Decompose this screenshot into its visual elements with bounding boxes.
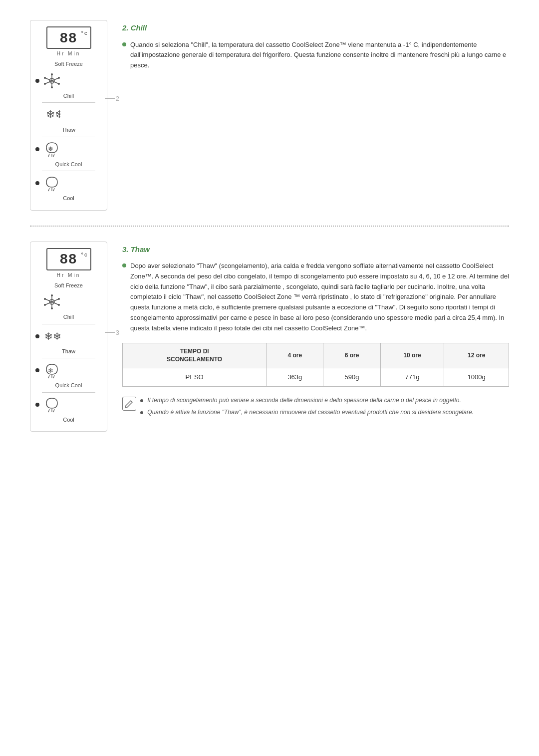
display-screen: 88 °c	[46, 26, 91, 49]
svg-point-20	[44, 304, 46, 306]
thaw-table: TEMPO DISCONGELAMENTO 4 ore 6 ore 10 ore…	[122, 343, 509, 387]
content-section-2: 2. Chill Quando si seleziona "Chill", la…	[122, 20, 509, 211]
mode-row-quickcool-3: ❄	[35, 361, 102, 380]
svg-text:❄❄: ❄❄	[44, 331, 60, 342]
section-3: 88 °c Hr Min Soft Freeze	[30, 242, 509, 432]
divider-1	[42, 102, 95, 103]
panel-wrapper-2: 88 °c Hr Min Soft Freeze	[30, 20, 107, 211]
note-bullet-1	[140, 399, 143, 402]
note-area: Il tempo di scongelamento può variare a …	[122, 396, 509, 417]
mode-label-thaw-2: Thaw	[62, 126, 75, 134]
mode-label-quickcool-3: Quick Cool	[55, 381, 82, 390]
table-cell-771: 771g	[380, 368, 444, 387]
section-2: 88 °c Hr Min Soft Freeze	[30, 20, 509, 211]
divider-3c	[42, 392, 95, 393]
note-bullet-2	[140, 411, 143, 414]
display-screen-3: 88 °c	[46, 248, 91, 270]
note-row: Il tempo di scongelamento può variare a …	[122, 396, 509, 417]
cool-icon-3	[42, 395, 61, 414]
svg-point-18	[44, 298, 46, 300]
quickcool-icon-2: ❄	[42, 140, 61, 159]
svg-line-24	[131, 401, 132, 402]
svg-point-5	[51, 86, 53, 88]
mode-label-soft-freeze: Soft Freeze	[54, 60, 83, 68]
thaw-icon-3: ❄❄	[42, 327, 61, 346]
mode-row-cool-3	[35, 395, 102, 414]
bullet-item-thaw: Dopo aver selezionato "Thaw" (scongelame…	[122, 261, 509, 334]
quickcool-icon-3: ❄	[42, 361, 61, 380]
thaw-icon-2: ❄❄	[42, 105, 61, 124]
table-cell-590: 590g	[323, 368, 380, 387]
svg-point-8	[44, 83, 46, 85]
mode-label-thaw-3: Thaw	[62, 347, 75, 356]
mode-row-cool-2	[35, 174, 102, 193]
divider-3b	[42, 358, 95, 358]
bullet-item-chill: Quando si seleziona "Chill", la temperat…	[122, 40, 509, 71]
section-divider	[30, 226, 509, 227]
mode-label-cool-2: Cool	[63, 194, 74, 203]
mode-label-chill-3: Chill	[63, 313, 74, 321]
divider-3	[42, 171, 95, 171]
mode-row-thaw-2: ❄❄	[35, 105, 102, 124]
svg-text:❄: ❄	[48, 367, 53, 374]
degree-symbol: °c	[81, 29, 88, 37]
table-cell-1000: 1000g	[444, 368, 509, 387]
table-cell-363: 363g	[267, 368, 323, 387]
table-header-tempo: TEMPO DISCONGELAMENTO	[123, 343, 267, 368]
note-text-2: Quando è attiva la funzione "Thaw", è ne…	[140, 408, 474, 417]
mode-row-chill-3	[35, 292, 102, 311]
chill-icon-3	[42, 292, 61, 311]
bullet-cool-3	[35, 403, 39, 407]
section-title-2: 2. Chill	[122, 22, 509, 34]
svg-point-16	[51, 294, 53, 296]
bullet-chill-2	[35, 79, 39, 83]
bullet-quickcool-2	[35, 147, 39, 151]
bullet-text-thaw: Dopo aver selezionato "Thaw" (scongelame…	[130, 261, 509, 334]
svg-text:❄❄: ❄❄	[46, 108, 60, 121]
svg-point-9	[58, 77, 60, 79]
display-digits-3: 88	[60, 249, 77, 269]
table-row: PESO 363g 590g 771g 1000g	[123, 368, 509, 387]
svg-point-7	[58, 83, 60, 85]
control-panel-3: 88 °c Hr Min Soft Freeze	[30, 242, 107, 432]
svg-point-6	[44, 77, 46, 79]
content-section-3: 3. Thaw Dopo aver selezionato "Thaw" (sc…	[122, 242, 509, 432]
mode-label-quickcool-2: Quick Cool	[55, 160, 82, 169]
section-number-2: 2	[116, 94, 119, 104]
table-cell-peso: PESO	[123, 368, 267, 387]
bullet-thaw-3	[35, 334, 39, 338]
svg-point-4	[51, 73, 53, 75]
table-header-4ore: 4 ore	[267, 343, 323, 368]
section-title-3: 3. Thaw	[122, 244, 509, 255]
svg-text:❄: ❄	[48, 145, 53, 153]
note-texts: Il tempo di scongelamento può variare a …	[140, 396, 474, 417]
divider-2	[42, 137, 95, 137]
divider-3a	[42, 324, 95, 324]
table-header-12ore: 12 ore	[444, 343, 509, 368]
table-header-10ore: 10 ore	[380, 343, 444, 368]
panel-wrapper-3: 88 °c Hr Min Soft Freeze	[30, 242, 107, 432]
svg-point-17	[51, 307, 53, 309]
hr-min-label: Hr Min	[57, 50, 80, 57]
degree-symbol-3: °c	[81, 251, 88, 259]
mode-row-quickcool-2: ❄	[35, 140, 102, 159]
bullet-dot-thaw	[122, 263, 126, 267]
bullet-quickcool-3	[35, 368, 39, 372]
bullet-cool-2	[35, 181, 39, 185]
mode-row-thaw-3: ❄❄	[35, 327, 102, 346]
hr-min-label-3: Hr Min	[57, 271, 80, 279]
control-panel-2: 88 °c Hr Min Soft Freeze	[30, 20, 107, 211]
table-header-6ore: 6 ore	[323, 343, 380, 368]
mode-label-soft-freeze-3: Soft Freeze	[54, 281, 83, 290]
cool-icon-2	[42, 174, 61, 193]
chill-icon-2	[42, 71, 61, 90]
mode-row-chill-2	[35, 71, 102, 90]
svg-point-21	[58, 298, 60, 300]
mode-label-chill: Chill	[63, 92, 74, 100]
bullet-dot-chill	[122, 42, 126, 46]
section-number-3: 3	[116, 328, 119, 338]
note-pencil-icon	[122, 397, 136, 411]
note-text-1: Il tempo di scongelamento può variare a …	[140, 396, 474, 405]
svg-point-19	[58, 304, 60, 306]
page: 88 °c Hr Min Soft Freeze	[0, 0, 539, 467]
